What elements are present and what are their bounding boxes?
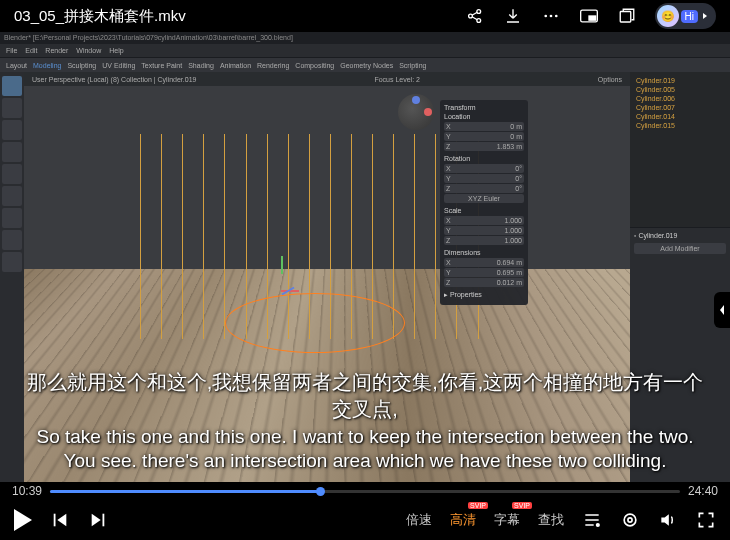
blender-menu: File Edit Render Window Help — [0, 44, 730, 58]
tab-geo: Geometry Nodes — [340, 62, 393, 69]
speed-button[interactable]: 倍速 — [406, 511, 432, 529]
tool-rotate — [2, 142, 22, 162]
scl-y: 1.000 — [504, 227, 522, 234]
tab-uv: UV Editing — [102, 62, 135, 69]
subtitle-button[interactable]: 字幕 SVIP — [494, 511, 520, 529]
top-bar: 03_05_拼接木桶套件.mkv 😊 Hi — [0, 0, 730, 32]
tab-render: Rendering — [257, 62, 289, 69]
svg-point-11 — [597, 524, 600, 527]
tab-sculpting: Sculpting — [67, 62, 96, 69]
tab-modeling: Modeling — [33, 62, 61, 69]
loc-y: 0 m — [510, 133, 522, 140]
svip-badge: SVIP — [468, 502, 488, 509]
props-label: Properties — [450, 291, 482, 298]
share-icon[interactable] — [465, 6, 485, 26]
subtitle-label: 字幕 — [494, 512, 520, 527]
svip-badge: SVIP — [512, 502, 532, 509]
viewport-info: User Perspective (Local) (8) Collection … — [32, 76, 196, 83]
rot-x: 0° — [515, 165, 522, 172]
location-label: Location — [444, 113, 524, 120]
dim-x: 0.694 m — [497, 259, 522, 266]
pip-icon[interactable] — [579, 6, 599, 26]
menu-edit: Edit — [25, 47, 37, 54]
video-viewport[interactable]: Blender* [E:\Personal Projects\2023\Tuto… — [0, 32, 730, 482]
hi-badge: Hi — [681, 10, 698, 23]
quality-label: 高清 — [450, 512, 476, 527]
prop-obj-name: Cylinder.019 — [638, 232, 677, 239]
tool-scale — [2, 164, 22, 184]
transform-gizmo — [266, 277, 296, 307]
tab-layout: Layout — [6, 62, 27, 69]
outliner-item: Cylinder.019 — [634, 76, 726, 85]
quality-button[interactable]: 高清 SVIP — [450, 511, 476, 529]
tab-texpaint: Texture Paint — [141, 62, 182, 69]
outliner-item: Cylinder.007 — [634, 103, 726, 112]
video-title: 03_05_拼接木桶套件.mkv — [14, 7, 186, 26]
play-icon — [14, 509, 32, 531]
progress-fill — [50, 490, 321, 493]
more-icon[interactable] — [541, 6, 561, 26]
controls-right: 倍速 高清 SVIP 字幕 SVIP 查找 — [406, 510, 716, 530]
fullscreen-icon[interactable] — [696, 510, 716, 530]
menu-window: Window — [76, 47, 101, 54]
play-button[interactable] — [14, 509, 32, 531]
volume-icon[interactable] — [658, 510, 678, 530]
svg-point-12 — [624, 514, 636, 526]
focus-level: Focus Level: 2 — [374, 76, 420, 83]
settings-icon[interactable] — [620, 510, 640, 530]
outliner-item: Cylinder.006 — [634, 94, 726, 103]
svg-rect-7 — [589, 16, 596, 20]
rot-y: 0° — [515, 175, 522, 182]
menu-render: Render — [45, 47, 68, 54]
search-button[interactable]: 查找 — [538, 511, 564, 529]
tab-script: Scripting — [399, 62, 426, 69]
svg-rect-8 — [620, 12, 631, 23]
progress-bar[interactable] — [50, 490, 680, 493]
menu-file: File — [6, 47, 17, 54]
playlist-icon[interactable] — [582, 510, 602, 530]
user-avatar[interactable]: 😊 Hi — [655, 3, 716, 29]
tab-shading: Shading — [188, 62, 214, 69]
time-current: 10:39 — [12, 484, 42, 498]
window-icon[interactable] — [617, 6, 637, 26]
progress-row: 10:39 24:40 — [0, 482, 730, 500]
dim-z: 0.012 m — [497, 279, 522, 286]
svg-rect-10 — [103, 514, 105, 527]
n-panel: Transform Location X0 m Y0 m Z1.853 m Ro… — [440, 100, 528, 305]
nav-gizmo — [398, 94, 434, 130]
svg-rect-9 — [54, 514, 56, 527]
tool-annotate — [2, 208, 22, 228]
outliner-item: Cylinder.015 — [634, 121, 726, 130]
subtitle-english: So take this one and this one. I want to… — [20, 425, 710, 474]
tab-anim: Animation — [220, 62, 251, 69]
avatar-icon: 😊 — [657, 5, 679, 27]
viewport-header: User Perspective (Local) (8) Collection … — [24, 72, 630, 86]
dim-y: 0.695 m — [497, 269, 522, 276]
tool-select — [2, 76, 22, 96]
outliner-item: Cylinder.005 — [634, 85, 726, 94]
rot-mode: XYZ Euler — [468, 195, 500, 202]
scl-x: 1.000 — [504, 217, 522, 224]
next-button[interactable] — [88, 510, 108, 530]
tool-add — [2, 252, 22, 272]
tool-measure — [2, 230, 22, 250]
tab-comp: Compositing — [295, 62, 334, 69]
outliner-item: Cylinder.014 — [634, 112, 726, 121]
side-expand-tab[interactable] — [714, 292, 730, 328]
time-total: 24:40 — [688, 484, 718, 498]
outliner: Cylinder.019 Cylinder.005 Cylinder.006 C… — [630, 72, 730, 228]
svg-point-3 — [544, 15, 547, 18]
tool-transform — [2, 186, 22, 206]
menu-help: Help — [109, 47, 123, 54]
download-icon[interactable] — [503, 6, 523, 26]
dim-label: Dimensions — [444, 249, 524, 256]
selection-circle — [225, 293, 405, 353]
rot-z: 0° — [515, 185, 522, 192]
svg-point-5 — [554, 15, 557, 18]
rotation-label: Rotation — [444, 155, 524, 162]
controls-bar: 倍速 高清 SVIP 字幕 SVIP 查找 — [0, 500, 730, 540]
blender-titlebar: Blender* [E:\Personal Projects\2023\Tuto… — [0, 32, 730, 44]
prev-button[interactable] — [50, 510, 70, 530]
tool-cursor — [2, 98, 22, 118]
subtitle-chinese: 那么就用这个和这个,我想保留两者之间的交集,你看,这两个相撞的地方有一个交叉点, — [20, 369, 710, 423]
